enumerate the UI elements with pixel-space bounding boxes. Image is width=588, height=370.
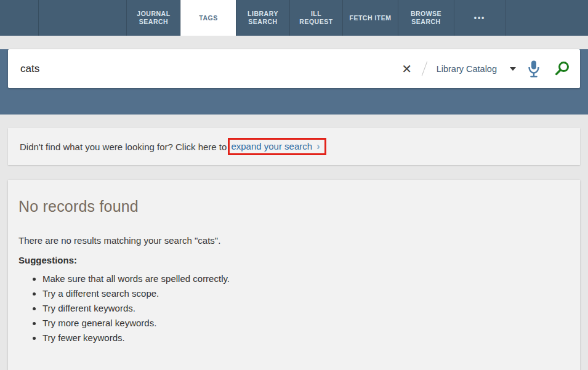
microphone-icon [526, 60, 541, 78]
search-submit-button[interactable] [548, 49, 576, 88]
tab-label: LIBRARY SEARCH [241, 10, 284, 26]
tab-label: JOURNAL SEARCH [132, 10, 175, 26]
search-scope-dropdown[interactable]: Library Catalog [430, 64, 520, 74]
suggestion-item: Try a different search scope. [42, 286, 568, 301]
tab-fetch-item[interactable]: FETCH ITEM [342, 0, 398, 36]
suggestion-item: Try different keywords. [42, 301, 568, 316]
no-results-panel: No records found There are no results ma… [8, 180, 580, 370]
tab-tags[interactable]: TAGS [180, 0, 236, 36]
close-icon: ✕ [401, 62, 412, 76]
no-records-heading: No records found [18, 196, 568, 217]
navbar-divider [38, 0, 39, 36]
tab-browse-search[interactable]: BROWSE SEARCH [398, 0, 454, 36]
ellipsis-icon: ••• [474, 14, 486, 22]
tab-label: ILL REQUEST [295, 10, 337, 26]
suggestions-label: Suggestions: [18, 255, 568, 265]
expand-search-link[interactable]: expand your search [231, 141, 312, 151]
search-input[interactable] [8, 49, 395, 88]
search-section: ✕ Library Catalog [0, 49, 588, 115]
tab-label: BROWSE SEARCH [403, 10, 449, 26]
scope-label: Library Catalog [437, 64, 497, 74]
tab-ill-request[interactable]: ILL REQUEST [289, 0, 342, 36]
suggestion-item: Try more general keywords. [42, 316, 568, 331]
banner-text: Didn't find what you were looking for? C… [20, 142, 227, 152]
chevron-right-icon: › [316, 142, 320, 151]
chevron-down-icon [510, 67, 516, 71]
annotation-red-box: expand your search › [228, 138, 326, 155]
scope-divider [421, 62, 427, 76]
suggestion-item: Try fewer keywords. [42, 331, 568, 345]
tab-label: FETCH ITEM [350, 14, 392, 22]
tab-library-search[interactable]: LIBRARY SEARCH [236, 0, 289, 36]
no-results-message: There are no results matching your searc… [18, 235, 568, 246]
clear-search-button[interactable]: ✕ [395, 63, 419, 75]
suggestion-item: Make sure that all words are spelled cor… [42, 271, 568, 286]
search-bar: ✕ Library Catalog [8, 49, 580, 88]
nav-tab-strip: JOURNAL SEARCH TAGS LIBRARY SEARCH ILL R… [126, 0, 588, 36]
tab-journal-search[interactable]: JOURNAL SEARCH [126, 0, 180, 36]
results-area: Didn't find what you were looking for? C… [0, 128, 588, 370]
tab-more[interactable]: ••• [454, 0, 505, 36]
suggestions-list: Make sure that all words are spelled cor… [18, 271, 568, 345]
top-navbar: JOURNAL SEARCH TAGS LIBRARY SEARCH ILL R… [0, 0, 588, 36]
voice-search-button[interactable] [520, 49, 548, 88]
search-icon [554, 61, 570, 77]
tab-label: TAGS [199, 14, 217, 22]
app-window: JOURNAL SEARCH TAGS LIBRARY SEARCH ILL R… [0, 0, 588, 370]
expand-search-banner: Didn't find what you were looking for? C… [8, 128, 580, 165]
